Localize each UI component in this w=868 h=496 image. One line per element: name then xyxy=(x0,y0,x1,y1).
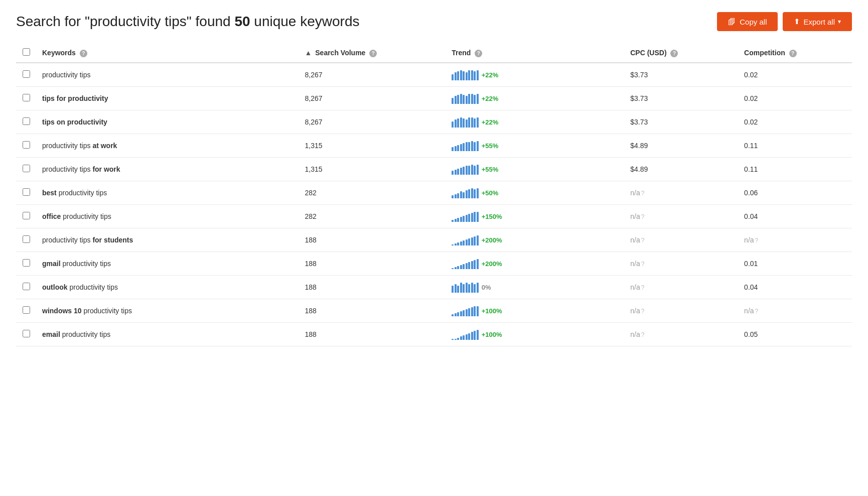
cpc-na: n/a xyxy=(630,330,640,338)
table-row: productivity tips for students188+200%n/… xyxy=(16,228,852,252)
competition-cell: 0.11 xyxy=(738,134,852,158)
trend-cell: +150% xyxy=(446,205,624,228)
row-checkbox[interactable] xyxy=(23,70,30,78)
competition-na: n/a xyxy=(744,307,754,315)
competition-question[interactable]: ? xyxy=(755,308,759,315)
cpc-cell: n/a? xyxy=(624,205,738,228)
cpc-question[interactable]: ? xyxy=(641,284,645,291)
search-volume-cell: 282 xyxy=(299,181,446,205)
cpc-question[interactable]: ? xyxy=(641,308,645,315)
row-checkbox[interactable] xyxy=(23,94,30,101)
competition-cell: 0.02 xyxy=(738,110,852,134)
keywords-table: Keywords ? ▲ Search Volume ? Trend ? CPC… xyxy=(16,43,852,346)
header-competition: Competition ? xyxy=(738,43,852,63)
cpc-question[interactable]: ? xyxy=(641,213,645,220)
trend-percentage: +150% xyxy=(482,213,502,220)
trend-bar-chart xyxy=(452,187,479,198)
trend-percentage: 0% xyxy=(482,284,491,291)
cpc-info-icon[interactable]: ? xyxy=(670,50,678,57)
competition-cell: 0.02 xyxy=(738,87,852,110)
row-checkbox[interactable] xyxy=(23,165,30,172)
page-header: Search for "productivity tips" found 50 … xyxy=(16,12,852,31)
search-volume-cell: 188 xyxy=(299,299,446,323)
row-checkbox[interactable] xyxy=(23,188,30,196)
page-title: Search for "productivity tips" found 50 … xyxy=(16,14,359,30)
trend-cell: 0% xyxy=(446,276,624,299)
export-all-label: Export all xyxy=(803,18,835,26)
table-header-row: Keywords ? ▲ Search Volume ? Trend ? CPC… xyxy=(16,43,852,63)
competition-na: n/a xyxy=(744,236,754,244)
cpc-cell: n/a? xyxy=(624,228,738,252)
row-checkbox[interactable] xyxy=(23,283,30,290)
header-search-volume[interactable]: ▲ Search Volume ? xyxy=(299,43,446,63)
header-keywords: Keywords ? xyxy=(36,43,299,63)
trend-cell: +100% xyxy=(446,299,624,323)
row-checkbox-cell xyxy=(16,323,36,346)
copy-icon: 🗐 xyxy=(728,18,736,26)
row-checkbox-cell xyxy=(16,110,36,134)
keywords-info-icon[interactable]: ? xyxy=(80,50,87,57)
keyword-cell: productivity tips for students xyxy=(36,228,299,252)
keyword-cell: gmail productivity tips xyxy=(36,252,299,276)
trend-percentage: +22% xyxy=(482,95,499,102)
table-row: office productivity tips282+150%n/a?0.04 xyxy=(16,205,852,228)
row-checkbox[interactable] xyxy=(23,259,30,267)
competition-cell: 0.02 xyxy=(738,63,852,87)
search-volume-cell: 8,267 xyxy=(299,110,446,134)
cpc-question[interactable]: ? xyxy=(641,261,645,268)
cpc-cell: $4.89 xyxy=(624,134,738,158)
row-checkbox[interactable] xyxy=(23,306,30,314)
row-checkbox[interactable] xyxy=(23,212,30,219)
trend-cell: +50% xyxy=(446,181,624,205)
cpc-na: n/a xyxy=(630,236,640,244)
competition-cell: 0.01 xyxy=(738,252,852,276)
search-volume-cell: 8,267 xyxy=(299,63,446,87)
keyword-cell: productivity tips xyxy=(36,63,299,87)
trend-percentage: +200% xyxy=(482,236,502,244)
keyword-cell: outlook productivity tips xyxy=(36,276,299,299)
row-checkbox-cell xyxy=(16,63,36,87)
keyword-cell: tips for productivity xyxy=(36,87,299,110)
keyword-cell: email productivity tips xyxy=(36,323,299,346)
trend-percentage: +200% xyxy=(482,260,502,268)
cpc-cell: n/a? xyxy=(624,299,738,323)
search-volume-cell: 188 xyxy=(299,228,446,252)
trend-info-icon[interactable]: ? xyxy=(475,50,482,57)
keyword-cell: productivity tips for work xyxy=(36,158,299,181)
competition-info-icon[interactable]: ? xyxy=(789,50,797,57)
header-buttons: 🗐 Copy all ⬆ Export all ▾ xyxy=(717,12,852,31)
competition-question[interactable]: ? xyxy=(755,237,759,244)
search-volume-info-icon[interactable]: ? xyxy=(369,50,377,57)
table-row: windows 10 productivity tips188+100%n/a?… xyxy=(16,299,852,323)
row-checkbox[interactable] xyxy=(23,235,30,243)
table-body: productivity tips8,267+22%$3.730.02tips … xyxy=(16,63,852,346)
competition-cell: 0.06 xyxy=(738,181,852,205)
select-all-checkbox[interactable] xyxy=(23,48,30,56)
copy-all-button[interactable]: 🗐 Copy all xyxy=(717,12,778,31)
cpc-question[interactable]: ? xyxy=(641,237,645,244)
cpc-cell: $3.73 xyxy=(624,110,738,134)
row-checkbox[interactable] xyxy=(23,141,30,149)
search-volume-cell: 8,267 xyxy=(299,87,446,110)
trend-cell: +22% xyxy=(446,63,624,87)
export-all-button[interactable]: ⬆ Export all ▾ xyxy=(783,12,852,31)
trend-bar-chart xyxy=(452,329,479,340)
row-checkbox[interactable] xyxy=(23,117,30,125)
cpc-na: n/a xyxy=(630,260,640,268)
copy-all-label: Copy all xyxy=(740,18,767,26)
cpc-question[interactable]: ? xyxy=(641,190,645,197)
trend-bar-chart xyxy=(452,93,479,104)
cpc-na: n/a xyxy=(630,307,640,315)
cpc-na: n/a xyxy=(630,283,640,291)
row-checkbox[interactable] xyxy=(23,330,30,337)
row-checkbox-cell xyxy=(16,87,36,110)
cpc-question[interactable]: ? xyxy=(641,331,645,338)
cpc-cell: n/a? xyxy=(624,181,738,205)
trend-cell: +200% xyxy=(446,228,624,252)
trend-bar-chart xyxy=(452,282,479,293)
title-count: 50 xyxy=(234,14,250,29)
cpc-na: n/a xyxy=(630,212,640,220)
trend-bar-chart xyxy=(452,140,479,151)
trend-bar-chart xyxy=(452,116,479,128)
trend-percentage: +100% xyxy=(482,307,502,315)
